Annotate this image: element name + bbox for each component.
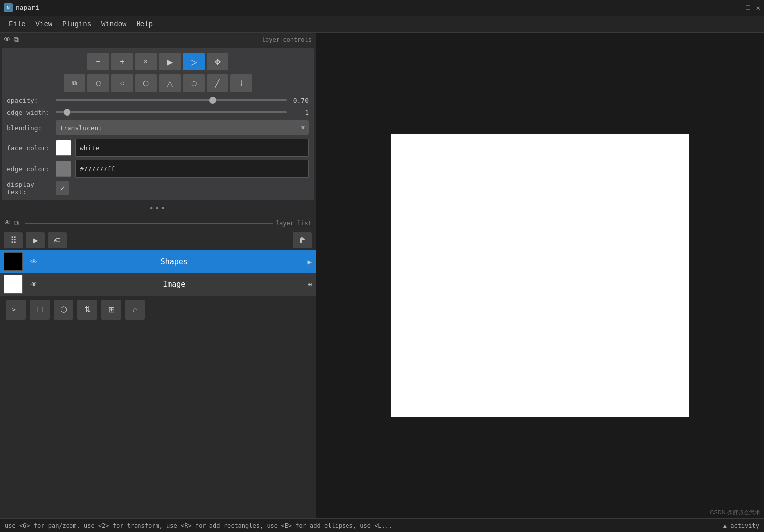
minimize-button[interactable]: — — [736, 4, 740, 12]
rectangle-tool[interactable]: ⬡ — [135, 74, 157, 92]
menu-plugins[interactable]: Plugins — [57, 18, 96, 30]
paste-shape-tool[interactable]: ⬡ — [87, 74, 109, 92]
3d-view-button[interactable]: ⬡ — [54, 300, 73, 320]
edge-color-input[interactable]: #777777ff — [75, 160, 309, 178]
2d-view-button[interactable]: □ — [30, 300, 50, 320]
header-divider — [25, 40, 259, 40]
layer-list-header: 👁 ⧉ layer list — [0, 216, 316, 230]
edge-width-track — [56, 111, 287, 113]
edge-width-value: 1 — [291, 109, 309, 116]
add-shapes-button[interactable]: ▶ — [26, 232, 45, 248]
select-arrow-tool[interactable]: ▶ — [159, 53, 181, 70]
copy-layer-icon[interactable]: ⧉ — [14, 36, 19, 44]
image-type-icon: ⊞ — [308, 280, 312, 289]
add-points-button[interactable]: ⠿ — [4, 232, 23, 248]
add-vertex-tool[interactable]: + — [111, 53, 133, 70]
opacity-value: 0.70 — [291, 97, 309, 104]
edge-width-slider[interactable] — [56, 108, 287, 116]
opacity-thumb[interactable] — [209, 97, 216, 104]
polygon-tool[interactable]: ⬡ — [183, 74, 205, 92]
more-options-dots[interactable]: ••• — [0, 201, 316, 216]
blending-select[interactable]: translucent ▼ — [56, 120, 309, 135]
subtract-tool[interactable]: − — [87, 53, 109, 70]
display-text-control: display text: ✓ — [7, 181, 309, 196]
watermark: CSDN @胖叔会武术 — [710, 509, 760, 516]
edge-width-thumb[interactable] — [64, 109, 70, 116]
layer-list-visibility-icon[interactable]: 👁 — [4, 219, 11, 227]
opacity-label: opacity: — [7, 97, 52, 104]
select-cursor-tool[interactable]: ▷ — [183, 53, 205, 70]
status-text: use <6> for pan/zoom, use <2> for transf… — [5, 522, 723, 529]
home-button[interactable]: ⌂ — [125, 300, 145, 320]
shapes-layer-item[interactable]: 👁 Shapes ▶ — [0, 250, 316, 273]
display-text-checkbox[interactable]: ✓ — [56, 181, 69, 195]
face-color-input[interactable]: white — [75, 139, 309, 157]
face-color-label: face color: — [7, 144, 52, 152]
ellipse-tool[interactable]: ○ — [111, 74, 133, 92]
face-color-text: white — [80, 144, 99, 152]
menu-file[interactable]: File — [4, 18, 31, 30]
path-tool[interactable]: ⌇ — [230, 74, 252, 92]
menu-window[interactable]: Window — [96, 18, 131, 30]
window-controls: — □ ✕ — [736, 4, 760, 12]
menu-view[interactable]: View — [31, 18, 58, 30]
display-text-label: display text: — [7, 181, 52, 196]
image-layer-item[interactable]: 👁 Image ⊞ — [0, 273, 316, 296]
face-color-control: face color: white — [7, 139, 309, 157]
layer-list-toolbar: ⠿ ▶ 🏷 🗑 — [0, 230, 316, 250]
edge-color-text: #777777ff — [80, 165, 115, 173]
delete-vertex-tool[interactable]: × — [135, 53, 157, 70]
blending-arrow: ▼ — [301, 124, 305, 131]
layer-controls-header: 👁 ⧉ layer controls — [0, 33, 316, 47]
face-color-swatch[interactable] — [56, 140, 71, 156]
shapes-visibility-button[interactable]: 👁 — [27, 255, 41, 268]
opacity-track — [56, 99, 287, 101]
close-button[interactable]: ✕ — [756, 4, 760, 12]
edge-color-label: edge color: — [7, 165, 52, 173]
grid-button[interactable]: ⊞ — [101, 300, 121, 320]
bottom-toolbar: >_ □ ⬡ ⇅ ⊞ ⌂ — [0, 296, 316, 323]
delete-layer-button[interactable]: 🗑 — [293, 232, 312, 248]
canvas-image — [391, 134, 689, 417]
image-layer-name: Image — [45, 280, 304, 289]
copy-shape-tool[interactable]: ⧉ — [64, 74, 85, 92]
blending-control: blending: translucent ▼ — [7, 120, 309, 135]
menu-help[interactable]: Help — [131, 18, 158, 30]
tool-row-2: ⧉ ⬡ ○ ⬡ △ ⬡ ╱ ⌇ — [7, 74, 309, 92]
left-panel: 👁 ⧉ layer controls − + × ▶ ▷ ✥ ⧉ ⬡ ○ ⬡ △ — [0, 33, 316, 518]
layer-list-divider — [25, 223, 273, 224]
layer-controls-title: layer controls — [262, 36, 312, 43]
app-title: napari — [16, 4, 736, 12]
image-visibility-button[interactable]: 👁 — [27, 277, 41, 291]
layer-list-copy-icon[interactable]: ⧉ — [14, 219, 19, 227]
title-bar: N napari — □ ✕ — [0, 0, 764, 16]
layer-controls-panel: − + × ▶ ▷ ✥ ⧉ ⬡ ○ ⬡ △ ⬡ ╱ ⌇ opacity: — [2, 48, 314, 200]
restore-button[interactable]: □ — [746, 4, 750, 12]
triangle-tool[interactable]: △ — [159, 74, 181, 92]
status-bar: use <6> for pan/zoom, use <2> for transf… — [0, 518, 764, 532]
app-icon: N — [4, 3, 13, 12]
line-tool[interactable]: ╱ — [207, 74, 228, 92]
edge-color-swatch[interactable] — [56, 161, 71, 177]
opacity-slider[interactable] — [56, 96, 287, 104]
activity-button[interactable]: ▲ activity — [723, 522, 759, 529]
canvas-area: CSDN @胖叔会武术 — [316, 33, 764, 518]
shapes-type-icon: ▶ — [308, 258, 312, 266]
shapes-thumbnail — [4, 252, 23, 271]
layer-list-title: layer list — [276, 220, 312, 227]
edge-width-label: edge width: — [7, 109, 52, 116]
blending-value: translucent — [60, 124, 102, 132]
visibility-toggle-icon[interactable]: 👁 — [4, 36, 11, 44]
opacity-control: opacity: 0.70 — [7, 96, 309, 104]
image-thumbnail — [4, 275, 23, 294]
console-button[interactable]: >_ — [6, 300, 26, 320]
blending-label: blending: — [7, 124, 52, 132]
edge-color-control: edge color: #777777ff — [7, 160, 309, 178]
transpose-button[interactable]: ⇅ — [77, 300, 97, 320]
menu-bar: File View Plugins Window Help — [0, 16, 764, 33]
main-area: 👁 ⧉ layer controls − + × ▶ ▷ ✥ ⧉ ⬡ ○ ⬡ △ — [0, 33, 764, 518]
move-tool[interactable]: ✥ — [207, 53, 228, 70]
tool-row-1: − + × ▶ ▷ ✥ — [7, 53, 309, 70]
add-labels-button[interactable]: 🏷 — [48, 232, 67, 248]
edge-width-control: edge width: 1 — [7, 108, 309, 116]
